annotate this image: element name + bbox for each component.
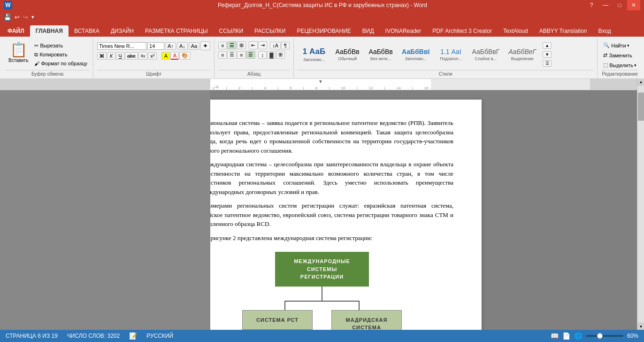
style-subtle[interactable]: АаБбВвГ Слабое в... (468, 40, 504, 69)
style-heading1[interactable]: 1 АаБ Заголово... (298, 40, 330, 69)
align-justify-btn[interactable]: ☰ (246, 51, 255, 59)
increase-indent-btn[interactable]: ⇥ (258, 41, 267, 49)
tab-references[interactable]: ССЫЛКИ (214, 25, 249, 37)
style-heading1-i[interactable]: АаБбВвI Заголово... (398, 40, 434, 69)
title-bar: W Реферат_Долгов_Н_С(Система защиты ИС в… (0, 0, 644, 10)
align-left-btn[interactable]: ≡ (218, 51, 227, 59)
clear-format-btn[interactable]: ✦ (200, 41, 210, 50)
font-size-decrease-btn[interactable]: A↓ (177, 42, 188, 50)
shading-btn[interactable]: ▓ (267, 51, 276, 59)
tab-abbyy[interactable]: ABBYY Translation (534, 25, 593, 37)
view-read-icon[interactable]: 📖 (551, 332, 559, 340)
scroll-thumb[interactable] (638, 93, 644, 121)
align-right-btn[interactable]: ≡ (237, 51, 245, 59)
style-emphasis[interactable]: АаБбВеГ Выделение (504, 40, 540, 69)
replace-button[interactable]: ⇄ Заменить (601, 51, 634, 59)
text-highlight-btn[interactable]: A (161, 52, 170, 60)
quick-access-toolbar: 💾 ↩ ↪ ▾ (0, 10, 38, 23)
change-case-btn[interactable]: Aa (189, 42, 199, 50)
underline-btn[interactable]: Ч (116, 52, 124, 60)
minimize-btn[interactable]: — (599, 0, 612, 10)
decrease-indent-btn[interactable]: ⇤ (249, 41, 258, 49)
tab-mailings[interactable]: РАССЫЛКИ (249, 25, 291, 37)
tab-ivona[interactable]: IVONAReader (380, 25, 427, 37)
multilevel-btn[interactable]: ⊞ (237, 41, 246, 49)
paragraph-row2: ≡ ☰ ≡ ☰ ↕ ▓ ⊞ (218, 51, 285, 59)
subscript-btn[interactable]: x₂ (138, 52, 148, 60)
view-web-icon[interactable]: 🌐 (574, 332, 582, 340)
style-heading11[interactable]: 1.1 АаI Подзагол... (434, 40, 467, 69)
tab-textaloud[interactable]: TextAloud (498, 25, 534, 37)
style-normal-preview: АаБбВв (335, 48, 359, 55)
tab-file[interactable]: ФАЙЛ (2, 25, 30, 37)
tab-review[interactable]: РЕЦЕНЗИРОВАНИЕ (291, 25, 356, 37)
find-button[interactable]: 🔍 Найти ▾ (601, 41, 631, 49)
line-spacing-btn[interactable]: ↕ (258, 51, 267, 59)
diagram-top-box: МЕЖДУНАРОДНЫЕ СИСТЕМЫ РЕГИСТРАЦИИ (275, 252, 369, 287)
tab-design[interactable]: ДИЗАЙН (105, 25, 139, 37)
zoom-slider[interactable] (586, 335, 623, 337)
qat-more-icon[interactable]: ▾ (31, 14, 35, 20)
italic-btn[interactable]: К (107, 52, 115, 60)
style-normal[interactable]: АаБбВв Обычный (331, 40, 364, 69)
font-size-input[interactable] (147, 42, 164, 50)
styles-list: 1 АаБ Заголово... АаБбВв Обычный АаБбВв … (298, 40, 540, 69)
copy-button[interactable]: ⧉ Копировать (32, 51, 89, 59)
tab-pdf[interactable]: PDF Architect 3 Creator (427, 25, 498, 37)
zoom-thumb[interactable] (597, 333, 603, 339)
save-icon[interactable]: 💾 (3, 14, 12, 21)
select-label: Выделить (609, 62, 633, 68)
status-page[interactable]: СТРАНИЦА 6 ИЗ 19 (6, 333, 58, 339)
style-no-spacing-label: Без инте... (370, 56, 391, 61)
align-center-btn[interactable]: ☰ (227, 51, 237, 59)
paste-label: Вставить (8, 58, 28, 63)
tab-home[interactable]: ГЛАВНАЯ (30, 25, 69, 37)
show-hide-btn[interactable]: ¶ (281, 42, 290, 49)
scroll-up-btn[interactable]: ▲ (637, 78, 644, 86)
styles-up-btn[interactable]: ▲ (543, 42, 552, 49)
style-subtle-label: Слабое в... (475, 56, 497, 61)
font-name-input[interactable] (97, 42, 146, 50)
zoom-level[interactable]: 60% (627, 333, 638, 339)
redo-icon[interactable]: ↪ (22, 14, 29, 21)
font-size-increase-btn[interactable]: A↑ (165, 42, 176, 50)
numbering-btn[interactable]: ☰ (227, 41, 237, 49)
scroll-down-btn[interactable]: ▼ (637, 323, 644, 330)
status-language[interactable]: РУССКИЙ (146, 333, 173, 339)
help-btn[interactable]: ? (585, 0, 598, 10)
styles-more-btn[interactable]: ☰ (543, 60, 552, 67)
bullets-btn[interactable]: ≡ (218, 42, 227, 49)
maximize-btn[interactable]: □ (613, 0, 626, 10)
diagram-branch (242, 301, 402, 310)
ruler-marker[interactable]: ▼ (318, 79, 323, 84)
style-emphasis-preview: АаБбВеГ (508, 48, 536, 55)
diagram-v-left (284, 301, 285, 310)
format-painter-button[interactable]: 🖌 Формат по образцу (32, 60, 89, 67)
tab-page-layout[interactable]: РАЗМЕТКА СТРАНИЦЫ (139, 25, 214, 37)
font-color-btn[interactable]: A (170, 52, 179, 60)
sort-btn[interactable]: ↕A (270, 42, 281, 49)
bold-btn[interactable]: Ж (97, 52, 107, 60)
font-shading-btn[interactable]: 🎨 (179, 52, 191, 60)
tab-login[interactable]: Вход (593, 25, 617, 37)
undo-icon[interactable]: ↩ (14, 14, 21, 21)
diagram-v-right (359, 301, 360, 310)
superscript-btn[interactable]: x² (148, 52, 157, 60)
paragraph-1: Примерами региональных систем регистраци… (191, 201, 453, 229)
select-button[interactable]: ⬚ Выделить ▾ (601, 61, 638, 69)
scrollbar-vertical[interactable]: ▲ ▼ (637, 78, 644, 330)
status-words[interactable]: ЧИСЛО СЛОВ: 3202 (67, 333, 120, 339)
style-no-spacing[interactable]: АаБбВв Без инте... (364, 40, 397, 69)
ribbon-tabs: ФАЙЛ ГЛАВНАЯ ВСТАВКА ДИЗАЙН РАЗМЕТКА СТР… (0, 23, 644, 37)
view-print-icon[interactable]: 📄 (562, 332, 570, 340)
paste-button[interactable]: 📋 Вставить (6, 39, 31, 69)
borders-btn[interactable]: ⊞ (276, 51, 285, 59)
strikethrough-btn[interactable]: abc (125, 52, 138, 60)
tab-insert[interactable]: ВСТАВКА (69, 25, 105, 37)
diagram-h-line (284, 301, 360, 302)
clipboard-right: ✂ Вырезать ⧉ Копировать 🖌 Формат по обра… (32, 39, 89, 69)
styles-down-btn[interactable]: ▼ (543, 51, 552, 58)
cut-button[interactable]: ✂ Вырезать (32, 42, 89, 50)
tab-view[interactable]: ВИД (357, 25, 380, 37)
close-btn[interactable]: ✕ (627, 0, 640, 10)
